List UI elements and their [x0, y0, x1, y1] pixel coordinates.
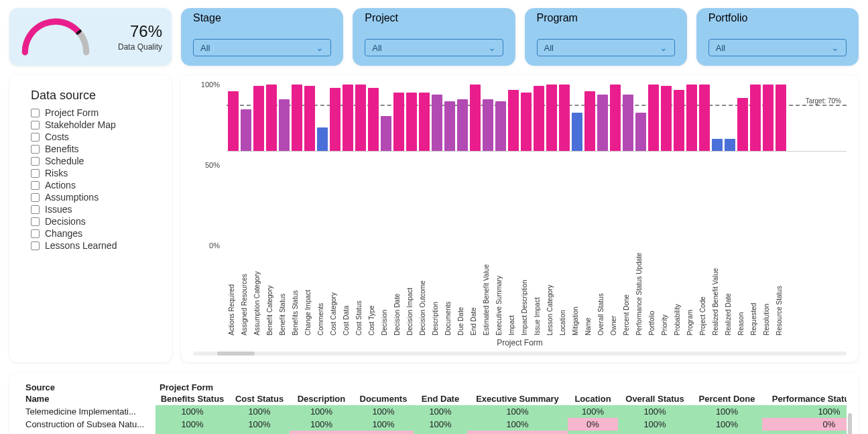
checkbox-icon[interactable] [31, 181, 40, 190]
data-source-item[interactable]: Lessons Learned [31, 239, 158, 252]
x-tick-label: Comments [317, 248, 328, 335]
bar[interactable] [508, 90, 519, 151]
bar[interactable] [317, 127, 328, 151]
bar[interactable] [253, 86, 264, 151]
bar[interactable] [737, 98, 748, 151]
data-source-item[interactable]: Schedule [31, 155, 158, 167]
bar[interactable] [712, 139, 723, 151]
bar[interactable] [686, 85, 697, 151]
x-tick-label: Realized Date [725, 248, 735, 335]
bar[interactable] [228, 91, 239, 151]
filter-dropdown-program[interactable]: All ⌄ [537, 39, 675, 56]
checkbox-icon[interactable] [31, 241, 40, 250]
data-source-item[interactable]: Actions [31, 179, 158, 191]
bar[interactable] [241, 109, 251, 151]
data-cell: 100% [467, 405, 568, 418]
filter-label: Portfolio [708, 12, 847, 24]
col-header[interactable]: Benefits Status [156, 392, 229, 405]
bar[interactable] [355, 85, 366, 151]
bar[interactable] [559, 85, 570, 151]
bar[interactable] [457, 99, 468, 151]
filter-dropdown-portfolio[interactable]: All ⌄ [708, 39, 847, 56]
chevron-down-icon: ⌄ [316, 42, 324, 53]
bar[interactable] [584, 91, 595, 151]
col-header[interactable]: Location [568, 392, 618, 405]
checkbox-icon[interactable] [31, 169, 40, 178]
table-row[interactable]: Construction of Subsea Natu...100%100%10… [21, 418, 847, 431]
col-header[interactable]: Percent Done [692, 392, 762, 405]
bar[interactable] [470, 85, 481, 151]
bar[interactable] [304, 86, 315, 151]
bar[interactable] [279, 99, 290, 151]
bar[interactable] [725, 139, 735, 151]
col-header[interactable]: Cost Status [229, 392, 290, 405]
bar[interactable] [330, 88, 340, 151]
bar[interactable] [648, 85, 659, 151]
checkbox-icon[interactable] [31, 109, 40, 117]
bar[interactable] [432, 95, 442, 151]
bar[interactable] [393, 93, 404, 151]
col-header[interactable]: End Date [414, 392, 467, 405]
bar[interactable] [381, 116, 391, 151]
data-source-item[interactable]: Decisions [31, 215, 158, 227]
bar[interactable] [610, 85, 621, 151]
filter-dropdown-stage[interactable]: All ⌄ [193, 39, 331, 56]
checkbox-icon[interactable] [31, 229, 40, 238]
bar[interactable] [444, 101, 455, 151]
bar[interactable] [597, 95, 608, 151]
checkbox-icon[interactable] [31, 133, 40, 142]
bar[interactable] [776, 85, 786, 151]
filter-dropdown-project[interactable]: All ⌄ [365, 39, 503, 56]
bar[interactable] [699, 85, 710, 151]
chart-h-scrollbar[interactable] [193, 351, 847, 356]
bar[interactable] [763, 85, 773, 151]
checkbox-icon[interactable] [31, 121, 40, 129]
bar[interactable] [572, 113, 582, 151]
data-source-item[interactable]: Risks [31, 167, 158, 179]
data-source-item[interactable]: Project Form [31, 107, 158, 119]
bar[interactable] [546, 85, 557, 151]
table-row[interactable]: Customer Community Event100%100%0%0%100%… [21, 431, 847, 434]
filter-stage: Stage All ⌄ [181, 8, 343, 66]
bar[interactable] [266, 85, 277, 151]
data-source-item[interactable]: Issues [31, 203, 158, 215]
chart-h-scroll-thumb[interactable] [217, 351, 255, 356]
bar[interactable] [406, 93, 417, 151]
data-source-item[interactable]: Benefits [31, 143, 158, 155]
checkbox-icon[interactable] [31, 193, 40, 202]
bar[interactable] [292, 85, 302, 151]
col-header[interactable]: Description [290, 392, 353, 405]
col-header[interactable]: Executive Summary [467, 392, 568, 405]
data-cell: 100% [762, 431, 847, 434]
checkbox-icon[interactable] [31, 205, 40, 214]
bar[interactable] [635, 113, 646, 151]
col-header[interactable]: Documents [353, 392, 414, 405]
table-v-scrollbar[interactable] [848, 413, 852, 434]
bar[interactable] [674, 90, 684, 151]
data-source-item[interactable]: Changes [31, 227, 158, 239]
checkbox-icon[interactable] [31, 157, 40, 166]
bar[interactable] [661, 86, 672, 151]
data-cell: 100% [156, 418, 229, 431]
filter-value: All [200, 43, 210, 53]
col-header[interactable]: Performance Status Update [762, 392, 847, 405]
bar[interactable] [495, 101, 506, 151]
data-source-item[interactable]: Stakeholder Map [31, 119, 158, 131]
table-row[interactable]: Telemedicine Implementati...100%100%100%… [21, 405, 847, 418]
filter-portfolio: Portfolio All ⌄ [696, 8, 859, 66]
table-v-scroll-thumb[interactable] [848, 413, 852, 434]
bar[interactable] [623, 95, 633, 151]
col-header-name[interactable]: Name [21, 392, 156, 405]
bar[interactable] [750, 85, 761, 151]
col-header[interactable]: Overall Status [618, 392, 692, 405]
bar[interactable] [343, 85, 353, 151]
data-source-item[interactable]: Assumptions [31, 191, 158, 203]
bar[interactable] [419, 93, 430, 151]
checkbox-icon[interactable] [31, 145, 40, 154]
bar[interactable] [368, 88, 379, 151]
bar[interactable] [521, 93, 532, 151]
data-source-item[interactable]: Costs [31, 131, 158, 143]
checkbox-icon[interactable] [31, 217, 40, 226]
bar[interactable] [534, 86, 544, 151]
bar[interactable] [483, 99, 493, 151]
